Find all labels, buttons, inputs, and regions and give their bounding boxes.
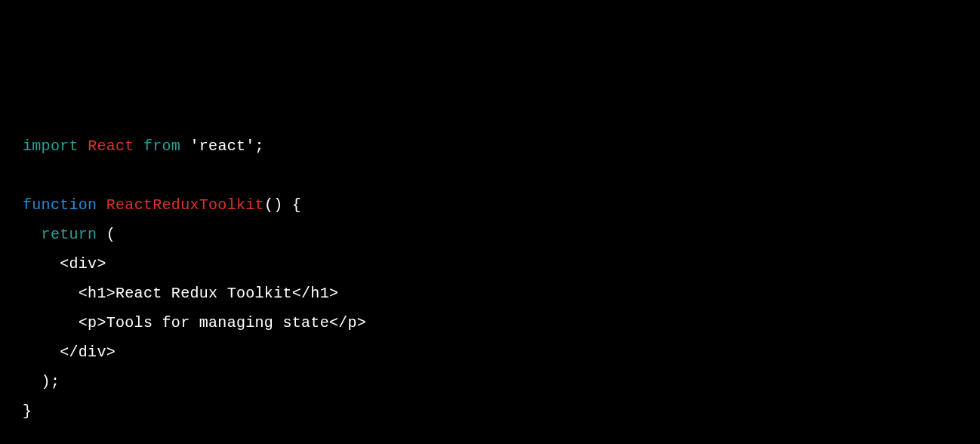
jsx-p: <p>Tools for managing state</p> <box>79 314 366 331</box>
brace-close: } <box>23 402 32 420</box>
keyword-function: function <box>23 196 97 214</box>
code-line-4: return ( <box>23 226 116 243</box>
parens: () <box>264 196 283 214</box>
code-line-8: </div> <box>23 344 116 361</box>
keyword-import: import <box>23 137 79 155</box>
code-line-9: ); <box>23 373 60 390</box>
keyword-from: from <box>143 137 180 155</box>
code-line-7: <p>Tools for managing state</p> <box>23 314 366 331</box>
identifier-react: React <box>88 137 134 155</box>
jsx-div-open: <div> <box>60 255 106 273</box>
string-react: 'react' <box>190 137 254 155</box>
code-editor[interactable]: import React from 'react'; function Reac… <box>23 131 957 444</box>
paren-open: ( <box>97 226 116 243</box>
code-line-6: <h1>React Redux Toolkit</h1> <box>23 285 338 302</box>
function-name: ReactReduxToolkit <box>106 196 264 214</box>
semicolon: ; <box>255 137 264 155</box>
code-line-5: <div> <box>23 255 106 273</box>
code-line-3: function ReactReduxToolkit() { <box>23 196 301 214</box>
brace-open: { <box>282 196 301 214</box>
jsx-h1: <h1>React Redux Toolkit</h1> <box>79 285 338 302</box>
paren-close: ); <box>42 373 60 390</box>
code-line-1: import React from 'react'; <box>23 137 264 155</box>
jsx-div-close: </div> <box>60 344 116 361</box>
keyword-return: return <box>42 226 97 243</box>
code-line-10: } <box>23 402 32 420</box>
